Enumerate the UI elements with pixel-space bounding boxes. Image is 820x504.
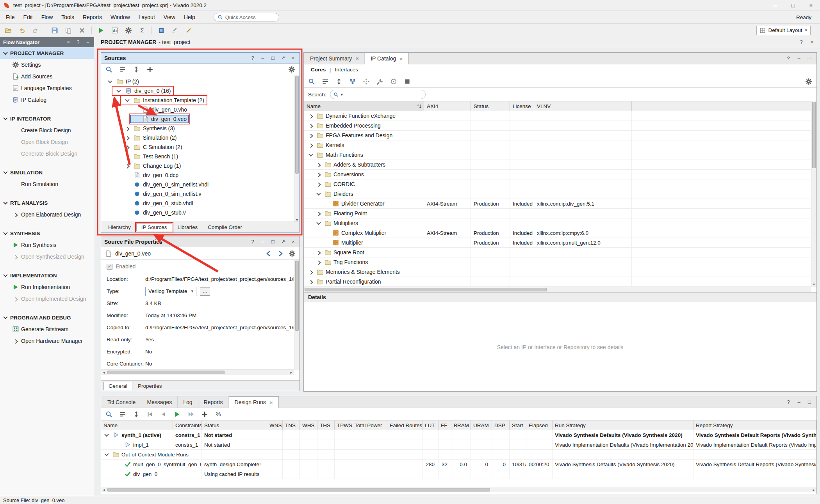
collapse-button[interactable] [321,77,330,86]
chevron-right-icon[interactable] [308,280,313,284]
flownav-item-settings[interactable]: Settings [0,59,94,71]
properties-horizontal-scrollbar[interactable]: ◂ ▸ [101,369,294,375]
column-header-total-power[interactable]: Total Power [352,421,387,430]
column-header-status[interactable]: Status [471,101,510,111]
chevron-right-icon[interactable] [125,127,129,131]
redo-button[interactable] [31,26,40,35]
chevron-down-icon[interactable] [104,432,109,437]
float-icon[interactable]: ↗ [280,55,286,61]
subtab-cores[interactable]: Cores [311,67,326,73]
tab-compile-order[interactable]: Compile Order [203,223,247,231]
catalog-row-math-functions[interactable]: Math Functions [304,150,816,160]
layout-selector[interactable]: Default Layout ▾ [756,26,811,35]
chevron-right-icon[interactable] [308,144,313,148]
forward2-button[interactable] [187,410,195,419]
chevron-right-icon[interactable] [308,134,313,138]
chevron-right-icon[interactable] [316,251,321,255]
catalog-row-complex-multiplier[interactable]: Complex MultiplierAXI4-StreamProductionI… [304,228,816,238]
chevron-down-icon[interactable] [3,50,7,55]
run-row-synth-1-active[interactable]: synth_1 (active)constrs_1Not startedViva… [101,430,816,440]
catalog-row-fpga-features-and-design[interactable]: FPGA Features and Design [304,131,816,140]
flownav-item-open-elaborated-design[interactable]: Open Elaborated Design [0,209,94,220]
maximize-icon[interactable]: □ [270,55,276,61]
tab-general[interactable]: General [103,382,132,390]
scrollbar-thumb[interactable] [107,371,225,374]
column-header-vlnv[interactable]: VLNV [534,101,632,111]
catalog-row-partial-reconfiguration[interactable]: Partial Reconfiguration [304,277,816,287]
catalog-row-dynamic-function-exchange[interactable]: Dynamic Function eXchange [304,111,816,121]
enabled-checkbox[interactable]: ✓ [107,264,112,270]
catalog-row-dividers[interactable]: Dividers [304,189,816,199]
tab-design-runs[interactable]: Design Runs× [229,396,279,408]
catalog-row-embedded-processing[interactable]: Embedded Processing [304,121,816,131]
chevron-right-icon[interactable] [125,155,129,159]
maximize-icon[interactable]: □ [806,55,813,61]
tab-log[interactable]: Log [178,396,198,408]
column-header-tns[interactable]: TNS [283,421,300,430]
chevron-right-icon[interactable] [13,213,18,217]
column-header-failed-routes[interactable]: Failed Routes [387,421,422,430]
chevron-down-icon[interactable] [308,152,313,156]
menu-file[interactable]: File [2,11,19,23]
reset-button[interactable] [146,410,154,419]
chevron-down-icon[interactable] [3,231,7,235]
percent-button[interactable]: % [214,410,223,419]
sources-tree-item-simulation-2[interactable]: Simulation (2) [101,133,299,142]
plus-button[interactable] [200,410,209,419]
help-icon[interactable]: ? [250,55,256,61]
menu-tools[interactable]: Tools [57,11,78,23]
minimize-icon[interactable]: – [85,39,91,45]
back-icon[interactable] [265,250,272,257]
flownav-section-ip-integrator[interactable]: IP INTEGRATOR [0,113,94,124]
close-icon[interactable]: × [290,239,296,245]
chevron-right-icon[interactable] [13,255,18,259]
chevron-right-icon[interactable] [316,261,321,265]
chevron-down-icon[interactable] [3,273,7,277]
close-icon[interactable]: × [809,39,815,45]
catalog-row-kernels[interactable]: Kernels [304,140,816,150]
chevron-down-icon[interactable] [3,170,7,174]
plus-button[interactable] [146,65,154,74]
flownav-item-generate-block-design[interactable]: Generate Block Design [0,148,94,160]
expand-button[interactable] [132,65,141,74]
save-button[interactable] [50,26,59,35]
close-icon[interactable]: × [269,399,273,406]
undo-button[interactable] [18,26,26,35]
tab-tcl-console[interactable]: Tcl Console [102,396,141,408]
column-header-run-strategy[interactable]: Run Strategy [553,421,693,430]
sources-vertical-scrollbar[interactable]: ▾ [294,75,299,222]
collapse-button[interactable] [118,65,127,74]
tab-libraries[interactable]: Libraries [173,223,203,231]
catalog-row-divider-generator[interactable]: Divider GeneratorAXI4-StreamProductionIn… [304,199,816,209]
scrollbar-thumb[interactable] [305,288,547,291]
menu-reports[interactable]: Reports [78,11,106,23]
sources-tree-item-synthesis-3[interactable]: Synthesis (3) [101,124,299,133]
settings-gear-button[interactable] [804,77,813,86]
minimize-button[interactable]: – [766,0,784,11]
flownav-item-generate-bitstream[interactable]: Generate Bitstream [0,323,94,335]
properties-vertical-scrollbar[interactable] [294,260,299,370]
chevron-right-icon[interactable] [308,124,313,128]
scrollbar-thumb[interactable] [812,102,816,168]
tab-hierarchy[interactable]: Hierarchy [103,223,135,231]
settings-gear-button[interactable] [287,65,296,74]
sources-tree-item-instantiation-template-2[interactable]: Instantiation Template (2) [101,96,299,105]
catalog-row-cordic[interactable]: CORDIC [304,179,816,189]
menu-help[interactable]: Help [180,11,200,23]
column-header-report-strategy[interactable]: Report Strategy [693,421,816,430]
tab-reports[interactable]: Reports [198,396,229,408]
chevron-right-icon[interactable] [125,136,129,140]
settings-gear-icon[interactable] [289,250,296,257]
board-button[interactable] [157,26,166,35]
scrollbar-thumb[interactable] [295,261,299,331]
catalog-search-input[interactable]: ▾ [330,90,426,99]
sources-tree-item-div-gen-0-vho[interactable]: div_gen_0.vho [101,105,299,114]
browse-button[interactable]: … [200,287,210,296]
search-button[interactable] [105,410,113,419]
menu-layout[interactable]: Layout [134,11,159,23]
search-button[interactable] [307,77,316,86]
chevron-right-icon[interactable] [125,164,129,169]
flownav-section-synthesis[interactable]: SYNTHESIS [0,227,94,239]
tab-project-summary[interactable]: Project Summary× [305,53,365,64]
column-header-lut[interactable]: LUT [422,421,439,430]
